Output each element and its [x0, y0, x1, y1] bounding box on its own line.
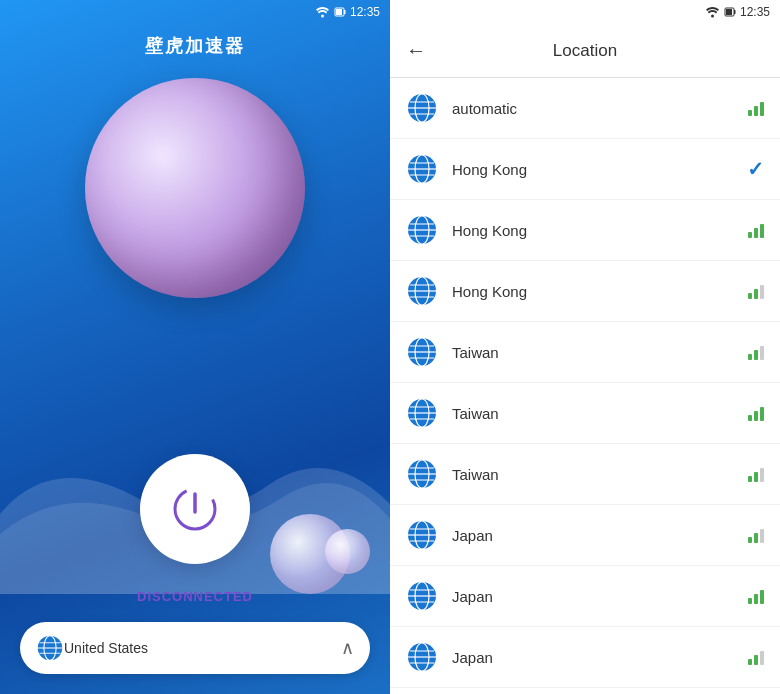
item-globe-icon [406, 580, 438, 612]
list-item[interactable]: automatic [390, 78, 780, 139]
signal-icon [748, 100, 764, 116]
signal-bar [754, 594, 758, 604]
list-item[interactable]: Taiwan [390, 383, 780, 444]
selected-location: United States [64, 640, 341, 656]
list-item[interactable]: Japan [390, 505, 780, 566]
item-globe-icon [406, 92, 438, 124]
signal-bar [748, 476, 752, 482]
signal-icon [748, 588, 764, 604]
signal-bar [760, 407, 764, 421]
signal-bar [754, 228, 758, 238]
signal-bar [748, 415, 752, 421]
location-header: ← Location [390, 24, 780, 78]
signal-icon [748, 405, 764, 421]
signal-bar [754, 289, 758, 299]
signal-bar [748, 293, 752, 299]
signal-icon [748, 466, 764, 482]
signal-bar [760, 285, 764, 299]
signal-bar [760, 651, 764, 665]
svg-point-0 [321, 15, 324, 18]
status-bar-left: 12:35 [0, 0, 390, 24]
signal-bar [748, 598, 752, 604]
battery-icon-right [724, 6, 736, 18]
item-globe-icon [406, 214, 438, 246]
item-globe-icon [406, 153, 438, 185]
svg-rect-2 [336, 9, 342, 15]
list-item[interactable]: Taiwan [390, 322, 780, 383]
signal-bar [748, 110, 752, 116]
signal-icon [748, 222, 764, 238]
signal-icon [748, 527, 764, 543]
item-globe-icon [406, 275, 438, 307]
signal-bar [748, 659, 752, 665]
signal-icon [748, 649, 764, 665]
signal-bar [754, 472, 758, 482]
list-item[interactable]: Taiwan [390, 444, 780, 505]
app-title: 壁虎加速器 [0, 34, 390, 58]
location-globe-icon [36, 634, 64, 662]
item-name: Hong Kong [452, 283, 748, 300]
item-name: Taiwan [452, 405, 748, 422]
battery-icon [334, 6, 346, 18]
chevron-up-icon[interactable]: ∧ [341, 637, 354, 659]
svg-rect-14 [734, 10, 736, 14]
signal-bar [760, 468, 764, 482]
wifi-icon-right [705, 6, 720, 18]
svg-rect-3 [344, 10, 346, 14]
item-name: Hong Kong [452, 222, 748, 239]
signal-bar [760, 590, 764, 604]
item-name: Taiwan [452, 344, 748, 361]
item-globe-icon [406, 641, 438, 673]
svg-point-11 [711, 15, 714, 18]
main-bubble [85, 78, 305, 298]
list-item[interactable]: Japan [390, 566, 780, 627]
list-item[interactable]: United States [390, 688, 780, 694]
wifi-icon [315, 6, 330, 18]
item-name: Taiwan [452, 466, 748, 483]
signal-bar [754, 106, 758, 116]
item-globe-icon [406, 458, 438, 490]
item-name: Japan [452, 527, 748, 544]
location-list: automatic Hong Kong✓ Hong Kong Hong Kong… [390, 78, 780, 694]
disconnected-label: DISCONNECTED [137, 589, 253, 604]
location-bar[interactable]: United States ∧ [20, 622, 370, 674]
list-item[interactable]: Hong Kong [390, 261, 780, 322]
signal-bar [754, 411, 758, 421]
list-item[interactable]: Hong Kong [390, 200, 780, 261]
left-panel: 12:35 壁虎加速器 DISCONNECTED United States ∧ [0, 0, 390, 694]
item-name: Hong Kong [452, 161, 747, 178]
status-icons: 12:35 [315, 5, 380, 19]
selected-checkmark: ✓ [747, 157, 764, 181]
signal-bar [760, 529, 764, 543]
item-name: automatic [452, 100, 748, 117]
signal-icon [748, 344, 764, 360]
signal-bar [754, 533, 758, 543]
list-item[interactable]: Japan [390, 627, 780, 688]
item-name: Japan [452, 588, 748, 605]
signal-bar [760, 102, 764, 116]
signal-icon [748, 283, 764, 299]
item-name: Japan [452, 649, 748, 666]
back-button[interactable]: ← [406, 39, 426, 62]
power-button[interactable] [140, 454, 250, 564]
time-left: 12:35 [350, 5, 380, 19]
signal-bar [754, 350, 758, 360]
signal-bar [760, 224, 764, 238]
list-item[interactable]: Hong Kong✓ [390, 139, 780, 200]
right-panel: 12:35 ← Location automatic Hong Kong✓ Ho… [390, 0, 780, 694]
item-globe-icon [406, 336, 438, 368]
signal-bar [760, 346, 764, 360]
signal-bar [748, 354, 752, 360]
signal-bar [748, 537, 752, 543]
status-bar-right: 12:35 [390, 0, 780, 24]
power-icon [170, 484, 220, 534]
status-icons-right: 12:35 [705, 5, 770, 19]
svg-rect-13 [726, 9, 732, 15]
location-title: Location [553, 41, 617, 61]
item-globe-icon [406, 397, 438, 429]
item-globe-icon [406, 519, 438, 551]
signal-bar [748, 232, 752, 238]
time-right: 12:35 [740, 5, 770, 19]
signal-bar [754, 655, 758, 665]
